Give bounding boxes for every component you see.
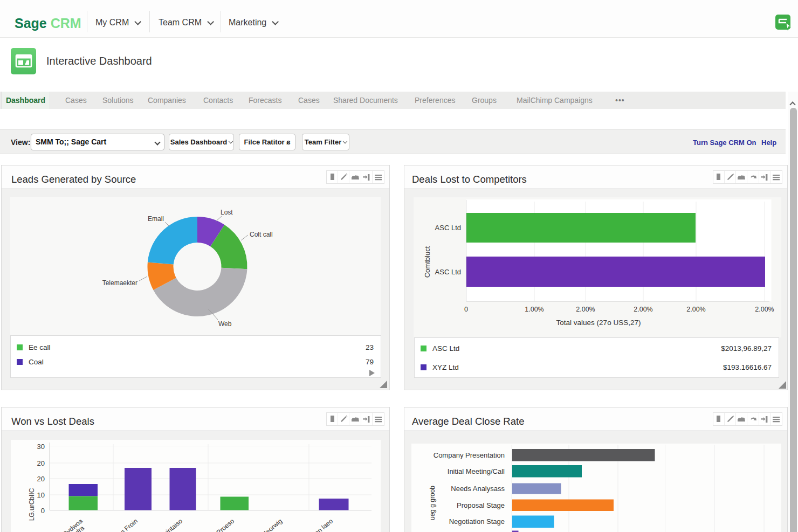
svg-text:an laeo: an laeo [313,517,334,532]
svg-text:Needs Analysass: Needs Analysass [451,485,505,493]
svg-text:Meorwig: Meorwig [260,517,284,532]
svg-text:LG.urCbIIC: LG.urCbIIC [28,488,36,521]
svg-text:2.00%: 2.00% [576,306,595,313]
svg-text:yintaiso: yintaiso [162,517,184,532]
svg-text:0: 0 [41,507,45,515]
svg-text:Colt call: Colt call [250,231,273,238]
svg-text:20: 20 [37,475,45,483]
svg-text:2.00%: 2.00% [755,306,774,313]
svg-text:s Froin: s Froin [119,517,139,532]
svg-text:ASC Ltd: ASC Ltd [435,268,461,276]
svg-text:Web: Web [218,320,232,328]
svg-text:Total values (27o USS,27): Total values (27o USS,27) [556,319,641,327]
svg-text:Proposal Stage: Proposal Stage [457,501,505,509]
svg-text:Comtbluct: Comtbluct [423,246,431,278]
svg-text:Company Presentation: Company Presentation [434,451,505,459]
svg-text:0: 0 [464,306,468,313]
svg-text:10: 10 [37,491,45,499]
svg-text:Telemaekter: Telemaekter [102,279,137,287]
svg-text:Negotiation Stage: Negotiation Stage [449,517,505,526]
svg-text:ASC Ltd: ASC Ltd [435,224,461,232]
svg-text:Lost: Lost [221,209,233,216]
svg-text:SvProeso: SvProeso [209,517,236,532]
svg-text:20: 20 [37,459,45,467]
svg-text:Initial Meeting/Call: Initial Meeting/Call [448,467,505,475]
svg-text:Email: Email [148,215,164,223]
svg-text:2.00%: 2.00% [686,306,705,313]
svg-text:ueg g groob: ueg g groob [429,486,436,520]
svg-text:2.00%: 2.00% [634,306,652,313]
svg-text:1.00%: 1.00% [525,306,544,313]
svg-text:30: 30 [37,443,45,451]
